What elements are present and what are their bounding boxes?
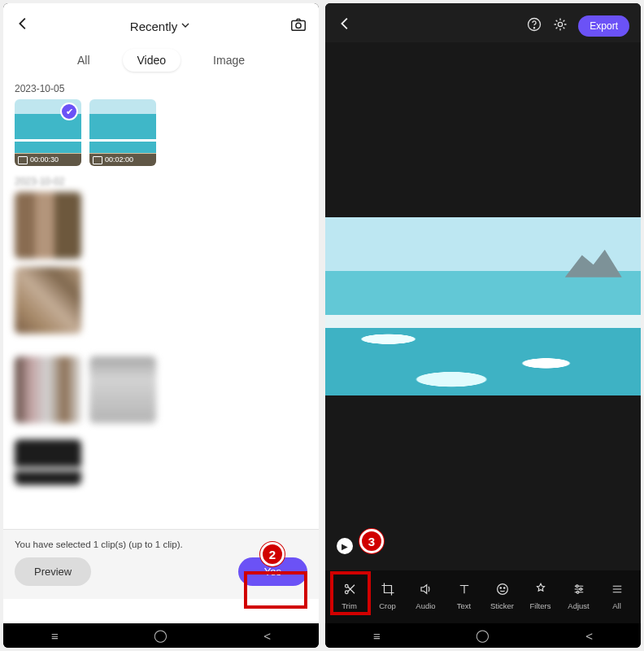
- phone-video-editor: Export ▶ Trim Crop: [325, 3, 641, 648]
- video-thumb[interactable]: [15, 267, 81, 334]
- video-frame: [325, 217, 641, 395]
- nav-back-icon[interactable]: <: [585, 629, 593, 643]
- editor-toolbar: Trim Crop Audio Text: [325, 570, 641, 623]
- svg-point-9: [503, 588, 505, 589]
- album-selector[interactable]: Recently: [37, 19, 285, 34]
- tool-crop[interactable]: Crop: [368, 575, 407, 615]
- gear-icon[interactable]: [552, 16, 568, 37]
- tool-all[interactable]: All: [598, 575, 636, 615]
- filters-icon: [533, 580, 548, 598]
- svg-point-11: [579, 588, 581, 591]
- svg-point-1: [296, 23, 301, 28]
- svg-point-3: [534, 27, 535, 28]
- menu-icon: [610, 580, 624, 598]
- export-button[interactable]: Export: [578, 15, 629, 37]
- thumbs-row-3: [3, 356, 319, 431]
- thumbs-row-4: [3, 439, 319, 493]
- back-icon[interactable]: [337, 15, 355, 37]
- yes-button[interactable]: Yes: [238, 557, 307, 586]
- chevron-down-icon: [179, 19, 192, 34]
- svg-point-10: [576, 585, 578, 588]
- tool-filters[interactable]: Filters: [521, 575, 559, 615]
- nav-recent-icon[interactable]: ≡: [51, 629, 59, 643]
- camera-icon[interactable]: [285, 15, 307, 37]
- selection-footer: You have selected 1 clip(s) (up to 1 cli…: [3, 529, 319, 599]
- svg-point-8: [500, 588, 502, 589]
- section-date-0: 2023-10-05: [3, 81, 319, 99]
- video-thumb[interactable]: 00:00:30: [15, 99, 81, 166]
- back-icon[interactable]: [15, 15, 37, 37]
- nav-home-icon[interactable]: ◯: [476, 628, 490, 643]
- preview-button[interactable]: Preview: [15, 557, 91, 586]
- tab-all[interactable]: All: [63, 49, 105, 72]
- nav-back-icon[interactable]: <: [263, 629, 271, 643]
- section-date-1: 2023-10-02: [3, 174, 319, 192]
- thumbs-row-0: 00:00:30 00:02:00: [3, 99, 319, 174]
- video-thumb[interactable]: [15, 356, 81, 423]
- tool-text[interactable]: Text: [445, 575, 483, 615]
- media-type-tabs: All Video Image: [3, 42, 319, 81]
- scissors-icon: [342, 580, 357, 598]
- tool-trim[interactable]: Trim: [330, 575, 368, 615]
- crop-icon: [381, 580, 395, 598]
- album-title: Recently: [130, 20, 177, 33]
- svg-point-7: [497, 584, 507, 595]
- tab-image[interactable]: Image: [198, 49, 259, 72]
- video-thumb[interactable]: [89, 356, 156, 423]
- video-preview[interactable]: ▶: [325, 42, 641, 570]
- video-thumb[interactable]: [15, 192, 81, 259]
- video-duration: 00:00:30: [15, 154, 81, 166]
- nav-recent-icon[interactable]: ≡: [373, 629, 381, 643]
- picker-header: Recently: [3, 3, 319, 42]
- nav-home-icon[interactable]: ◯: [154, 628, 168, 643]
- audio-icon: [419, 580, 433, 598]
- scenery-mountain: [565, 250, 622, 277]
- svg-rect-0: [292, 20, 306, 30]
- tool-audio[interactable]: Audio: [407, 575, 445, 615]
- android-nav-bar: ≡ ◯ <: [325, 623, 641, 648]
- phone-gallery-picker: Recently All Video Image 2023-10-05 00:0…: [3, 3, 319, 648]
- thumbs-row-1: [3, 192, 319, 267]
- adjust-icon: [572, 580, 586, 598]
- text-icon: [457, 580, 472, 598]
- svg-point-12: [577, 591, 579, 593]
- svg-point-4: [559, 22, 563, 26]
- video-duration: 00:02:00: [89, 154, 156, 166]
- video-thumb[interactable]: 00:02:00: [89, 99, 156, 166]
- play-icon[interactable]: ▶: [337, 538, 353, 554]
- video-thumb[interactable]: [15, 439, 81, 485]
- editor-header: Export: [325, 3, 641, 42]
- sticker-icon: [495, 580, 510, 598]
- thumbs-row-2: [3, 267, 319, 342]
- help-icon[interactable]: [526, 16, 542, 37]
- android-nav-bar: ≡ ◯ <: [3, 623, 319, 648]
- tool-sticker[interactable]: Sticker: [483, 575, 521, 615]
- tab-video[interactable]: Video: [123, 49, 181, 72]
- selection-message: You have selected 1 clip(s) (up to 1 cli…: [15, 540, 307, 549]
- tool-adjust[interactable]: Adjust: [559, 575, 598, 615]
